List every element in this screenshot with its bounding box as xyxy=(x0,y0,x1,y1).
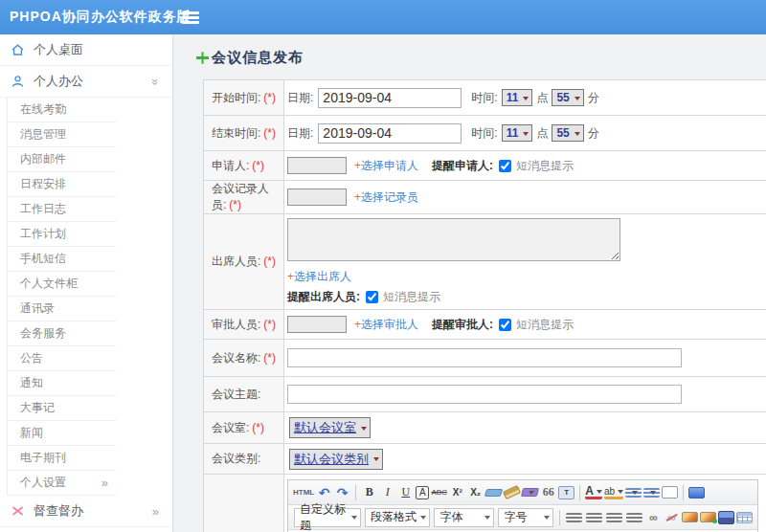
unlink-button[interactable]: ∞ xyxy=(664,509,680,526)
meeting-category-select[interactable]: 默认会议类别 xyxy=(289,449,383,470)
toolbar-separator xyxy=(355,485,356,500)
format-brush-icon[interactable] xyxy=(503,485,521,499)
redo-button[interactable]: ↷ xyxy=(334,484,350,501)
sidebar-subitem[interactable]: 日程安排 xyxy=(8,172,116,197)
strikethrough-button[interactable]: ABC xyxy=(431,484,447,501)
sidebar-subitem[interactable]: 手机短信 xyxy=(8,247,116,272)
table-button[interactable] xyxy=(736,512,753,523)
link-button[interactable]: ∞ xyxy=(645,509,662,526)
home-icon xyxy=(11,43,25,56)
end-date-input[interactable] xyxy=(318,123,462,144)
sidebar-subitem[interactable]: 个人文件柜 xyxy=(8,272,116,297)
sidebar-item-desktop[interactable]: 个人桌面 xyxy=(0,34,172,66)
sidebar-subitem[interactable]: 在线考勤 xyxy=(8,98,116,122)
sidebar-subitem[interactable]: 消息管理 xyxy=(8,122,116,147)
hamburger-menu-icon[interactable] xyxy=(182,11,199,24)
subscript-button[interactable]: X₂ xyxy=(467,484,484,501)
applicant-input[interactable] xyxy=(287,157,347,174)
start-date-input[interactable] xyxy=(318,88,462,108)
sidebar-subitem[interactable]: 会务服务 xyxy=(8,321,116,346)
unordered-list-button[interactable] xyxy=(643,488,660,498)
toolbar-row-1: HTML↶↷BIUAABCX²X₂66TAab xyxy=(288,480,757,505)
end-minute-select[interactable]: 55 xyxy=(552,124,583,142)
plus-icon xyxy=(196,52,209,64)
paste-icon[interactable]: T xyxy=(558,486,574,499)
eraser-icon[interactable] xyxy=(484,489,504,497)
font-color-button[interactable]: A xyxy=(585,485,602,499)
choose-applicant-link[interactable]: +选择申请人 xyxy=(354,158,418,174)
image-button[interactable] xyxy=(682,512,698,522)
app-window: PHPOA协同办公软件政务版 个人桌面 个人办公 » 在线考勤消息管理内部邮件日… xyxy=(0,0,766,532)
sidebar-subitem[interactable]: 通知 xyxy=(8,371,116,396)
sidebar-subitem[interactable]: 大事记 xyxy=(8,396,116,421)
html-source-button[interactable]: HTML xyxy=(293,484,314,501)
sidebar-subitem[interactable]: 工作日志 xyxy=(8,197,116,222)
bold-button[interactable]: B xyxy=(361,484,377,501)
form-row-end-time: 结束时间:(*) 日期: 时间: 11 点 55 分 xyxy=(204,116,766,151)
select-arrow-icon xyxy=(618,490,623,497)
approver-input[interactable] xyxy=(287,316,347,333)
meeting-name-input[interactable] xyxy=(287,348,682,367)
sidebar-subitem[interactable]: 公告 xyxy=(8,346,116,371)
fullscreen-icon[interactable] xyxy=(688,487,705,499)
sidebar-item-settings[interactable]: 个人设置 » xyxy=(8,471,116,496)
form-row-content-editor: HTML↶↷BIUAABCX²X₂66TAab 自定义标题段落格式字体字号∞∞ xyxy=(204,475,766,532)
align-left-button[interactable] xyxy=(566,513,582,522)
choose-recorder-link[interactable]: +选择记录员 xyxy=(354,189,418,206)
page-title: 会议信息发布 xyxy=(196,49,766,67)
form-row-start-time: 开始时间:(*) 日期: 时间: 11 点 55 分 xyxy=(204,80,766,116)
toolbar-separator xyxy=(559,510,560,525)
start-minute-select[interactable]: 55 xyxy=(552,89,583,106)
sidebar-item-supervision[interactable]: 督查督办 » xyxy=(0,496,172,527)
approver-sms-checkbox[interactable] xyxy=(499,319,511,331)
italic-button[interactable]: I xyxy=(379,484,395,501)
sidebar-subitem[interactable]: 内部邮件 xyxy=(8,147,116,172)
select-arrow-icon xyxy=(420,516,426,522)
select-arrow-icon xyxy=(650,491,656,498)
align-right-button[interactable] xyxy=(606,513,622,522)
select-arrow-icon xyxy=(523,97,529,103)
applicant-sms-checkbox[interactable] xyxy=(499,160,511,172)
form-row-attendees: 出席人员:(*) +选择出席人 提醒出席人员: 短消息提示 xyxy=(204,214,766,310)
image-upload-button[interactable] xyxy=(700,512,716,522)
recorder-input[interactable] xyxy=(287,188,347,206)
align-justify-button[interactable] xyxy=(626,513,642,522)
superscript-button[interactable]: X² xyxy=(449,484,465,501)
font-border-button[interactable]: A xyxy=(416,486,429,499)
custom-title-select[interactable]: 自定义标题 xyxy=(294,508,361,527)
form-row-applicant: 申请人:(*) +选择申请人 提醒申请人: 短消息提示 xyxy=(204,151,766,181)
paint-format-icon[interactable] xyxy=(521,488,539,497)
form-row-meeting-room: 会议室:(*) 默认会议室 xyxy=(204,412,766,444)
underline-button[interactable]: U xyxy=(397,484,414,501)
meeting-room-select[interactable]: 默认会议室 xyxy=(289,417,371,438)
select-arrow-icon xyxy=(484,516,490,522)
choose-attendees-link[interactable]: +选择出席人 xyxy=(287,270,351,283)
app-title: PHPOA协同办公软件政务版 xyxy=(0,9,192,26)
blockquote-button[interactable]: 66 xyxy=(540,484,556,501)
undo-button[interactable]: ↶ xyxy=(316,484,332,501)
new-page-icon[interactable] xyxy=(662,486,678,499)
font-size-select[interactable]: 字号 xyxy=(498,508,553,527)
end-hour-select[interactable]: 11 xyxy=(502,124,533,142)
align-center-button[interactable] xyxy=(586,513,602,522)
font-family-select[interactable]: 字体 xyxy=(434,508,494,527)
choose-approver-link[interactable]: +选择审批人 xyxy=(354,317,418,333)
highlight-color-button[interactable]: ab xyxy=(604,485,623,499)
select-arrow-icon xyxy=(574,97,580,103)
media-button[interactable] xyxy=(718,511,734,524)
select-arrow-icon xyxy=(523,132,529,139)
sidebar-item-personal-office[interactable]: 个人办公 » xyxy=(0,66,172,98)
ordered-list-button[interactable] xyxy=(625,488,642,498)
sidebar-subitem[interactable]: 通讯录 xyxy=(8,297,116,321)
paragraph-format-select[interactable]: 段落格式 xyxy=(365,508,430,527)
sidebar-subitem[interactable]: 电子期刊 xyxy=(8,446,116,471)
user-icon xyxy=(11,75,25,88)
sidebar-subitem[interactable]: 新闻 xyxy=(8,421,116,446)
form-row-approver: 审批人员:(*) +选择审批人 提醒审批人: 短消息提示 xyxy=(204,310,766,340)
meeting-topic-input[interactable] xyxy=(287,385,682,404)
attendees-sms-checkbox[interactable] xyxy=(366,291,378,303)
sidebar-submenu: 在线考勤消息管理内部邮件日程安排工作日志工作计划手机短信个人文件柜通讯录会务服务… xyxy=(7,98,116,471)
start-hour-select[interactable]: 11 xyxy=(502,89,533,106)
sidebar-subitem[interactable]: 工作计划 xyxy=(8,222,116,247)
attendees-textarea[interactable] xyxy=(287,218,620,261)
